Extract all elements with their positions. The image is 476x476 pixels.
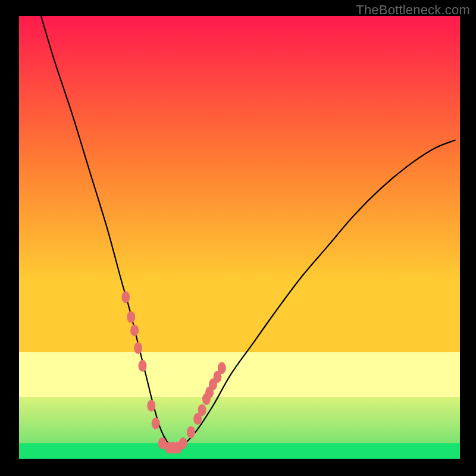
highlight-dot — [218, 362, 226, 374]
attribution-label: TheBottleneck.com — [356, 2, 470, 18]
highlight-dot — [179, 437, 187, 449]
gradient-background — [19, 16, 460, 459]
highlight-dot — [152, 417, 160, 429]
highlight-dot — [198, 404, 206, 416]
highlight-dot — [121, 291, 130, 303]
chart-svg — [19, 16, 460, 459]
highlight-dot — [130, 324, 139, 336]
highlight-dot — [138, 360, 146, 372]
highlight-dot — [127, 311, 135, 323]
highlight-dot — [187, 426, 195, 438]
highlight-dot — [134, 342, 142, 354]
highlight-dot — [147, 400, 155, 412]
bottleneck-chart — [19, 16, 460, 459]
